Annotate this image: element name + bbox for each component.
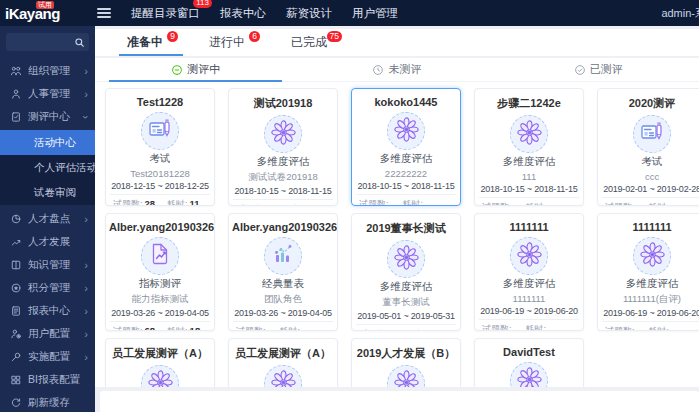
- stats-line-1: 试题数:耗时:: [482, 322, 576, 331]
- assessment-card[interactable]: Test1228考试Test201812282018-12-15 ~ 2018-…: [105, 88, 215, 206]
- assessment-card[interactable]: Alber.yang20190326经典量表团队角色2019-03-26 ~ 2…: [228, 213, 338, 331]
- assessment-card[interactable]: DavidTest多维度评估试题数:耗时:指标数:: [474, 338, 584, 387]
- chevron-right-icon: ›: [84, 306, 88, 316]
- card-title: 测试201918: [229, 96, 337, 111]
- sidebar-item[interactable]: 知识管理›: [0, 253, 95, 276]
- sidebar-subitem[interactable]: 活动中心: [0, 130, 95, 155]
- sidebar-item-label: 组织管理: [28, 64, 70, 78]
- user-account[interactable]: admin-系: [661, 6, 699, 21]
- assessment-card[interactable]: 2019人才发展（B）多维度评估试题数:耗时:指标数:: [351, 338, 461, 387]
- sidebar-submenu: 活动中心个人评估活动试卷审阅: [0, 130, 95, 205]
- card-subtitle: 111: [475, 171, 583, 182]
- multi-dimension-icon: [147, 369, 174, 388]
- card-title: Alber.yang20190326: [106, 221, 214, 233]
- main-tab[interactable]: 已完成75: [291, 29, 327, 56]
- multi-dimension-icon: [516, 241, 543, 272]
- indicator-doc-icon: [147, 241, 173, 271]
- sidebar-subitem[interactable]: 试卷审阅: [0, 180, 95, 205]
- count-badge: 75: [327, 31, 342, 42]
- stats-line-1: 试题数:耗时:: [605, 200, 699, 206]
- questions-label: 试题数:: [605, 202, 635, 206]
- card-type-label: 考试: [598, 155, 699, 169]
- card-subtitle: ccc: [598, 171, 699, 182]
- assessment-card[interactable]: Alber.yang20190326指标测评能力指标测试2019-03-26 ~…: [105, 213, 215, 331]
- sidebar-item[interactable]: 实施配置›: [0, 345, 95, 368]
- sidebar-item[interactable]: 人事管理›: [0, 82, 95, 105]
- nav-item-3[interactable]: 薪资设计: [286, 6, 332, 21]
- multi-dimension-icon: [516, 366, 543, 388]
- sub-tab[interactable]: 未测评: [296, 58, 497, 81]
- card-date-range: 2018-10-15 ~ 2018-11-15: [356, 181, 456, 195]
- sidebar-item[interactable]: 人才盘点›: [0, 207, 95, 230]
- sidebar-item[interactable]: 组织管理›: [0, 59, 95, 82]
- card-date-range: 2019-06-19 ~ 2019-06-20: [479, 306, 579, 320]
- questions-label: 试题数:: [236, 204, 266, 206]
- main-tab[interactable]: 进行中6: [209, 29, 245, 56]
- questions-label: 试题数:: [236, 326, 266, 331]
- assessment-card[interactable]: 步骤二1242e多维度评估1112018-10-15 ~ 2018-11-15试…: [474, 88, 584, 206]
- chevron-right-icon: ›: [84, 66, 88, 76]
- progress-icon: [171, 64, 183, 76]
- sidebar-item[interactable]: 人才发展: [0, 230, 95, 253]
- card-icon-circle: [141, 237, 179, 275]
- card-icon-circle: [633, 237, 671, 275]
- multi-dimension-icon: [516, 119, 543, 150]
- time-label: 耗时:: [280, 326, 301, 331]
- assessment-card[interactable]: 员工发展测评（A）多维度评估试题数:耗时:指标数:: [105, 338, 215, 387]
- time-label: 耗时:: [403, 199, 424, 206]
- assessment-card[interactable]: 2019董事长测试多维度评估董事长测试2019-05-01 ~ 2019-05-…: [351, 213, 461, 331]
- questions-label: 试题数:: [113, 199, 143, 206]
- card-icon-circle: [510, 237, 548, 275]
- sidebar-item-label: 人才发展: [28, 235, 70, 249]
- sidebar-item[interactable]: 用户配置›: [0, 322, 95, 345]
- sidebar-search-input[interactable]: [6, 37, 74, 48]
- time-value: 11: [190, 198, 200, 206]
- assessment-card[interactable]: 1111111多维度评估11111112019-06-19 ~ 2019-06-…: [474, 213, 584, 331]
- time-label: 耗时:: [649, 326, 670, 331]
- assessment-card[interactable]: 员工发展测评（A）多维度评估试题数:耗时:指标数:: [228, 338, 338, 387]
- sidebar-search[interactable]: [6, 33, 89, 51]
- sidebar: 组织管理›人事管理›测评中心›活动中心个人评估活动试卷审阅人才盘点›人才发展知识…: [0, 26, 95, 412]
- eval-icon: [10, 111, 24, 123]
- sidebar-item[interactable]: 测评中心›: [0, 105, 95, 128]
- book-icon: [10, 259, 24, 271]
- questions-label: 试题数:: [113, 326, 143, 331]
- sidebar-item[interactable]: 积分管理›: [0, 276, 95, 299]
- sub-tab-label: 测评中: [187, 62, 220, 77]
- sub-tab[interactable]: 已测评: [498, 58, 699, 81]
- sub-tab[interactable]: 测评中: [95, 58, 296, 81]
- stats-line-1: 试题数:耗时:: [359, 327, 453, 331]
- time-label: 耗时:: [649, 202, 670, 206]
- sidebar-subitem[interactable]: 个人评估活动: [0, 155, 95, 180]
- nav-item-4[interactable]: 用户管理: [352, 6, 398, 21]
- top-navbar: iKayang 试用 提醒目录窗口113报表中心薪资设计用户管理 admin-系: [0, 0, 699, 26]
- stats-line-1: 试题数:耗时:: [236, 324, 330, 331]
- nav-item-2[interactable]: 报表中心: [220, 6, 266, 21]
- menu-toggle-icon[interactable]: [97, 8, 111, 18]
- sidebar-item[interactable]: BI报表配置: [0, 368, 95, 391]
- logo[interactable]: iKayang 试用: [0, 0, 95, 26]
- sidebar-item[interactable]: 刷新缓存: [0, 391, 95, 412]
- chevron-down-icon: ›: [81, 115, 91, 119]
- sub-tab-label: 已测评: [590, 62, 623, 77]
- assessment-card[interactable]: 测试201918多维度评估测试试卷2019182018-10-15 ~ 2018…: [228, 88, 338, 206]
- card-stats: 试题数:耗时:指标数:: [475, 320, 583, 331]
- questions-label: 试题数:: [605, 326, 635, 331]
- assessment-card[interactable]: 1111111多维度评估1111111(自评)2019-06-19 ~ 2019…: [597, 213, 699, 331]
- cards-panel: Test1228考试Test201812282018-12-15 ~ 2018-…: [95, 82, 699, 387]
- nav-item-label: 提醒目录窗口: [131, 7, 200, 19]
- card-icon-circle: [387, 112, 425, 150]
- assessment-card[interactable]: 2020测评考试ccc2019-02-01 ~ 2019-02-28试题数:耗时…: [597, 88, 699, 206]
- card-title: 员工发展测评（A）: [229, 346, 337, 361]
- nav-item-1[interactable]: 提醒目录窗口113: [131, 6, 200, 21]
- stats-line-1: 试题数:耗时:: [359, 197, 453, 206]
- assessment-card[interactable]: kokoko1445多维度评估222222222018-10-15 ~ 2018…: [351, 88, 461, 206]
- main-tab[interactable]: 准备中9: [127, 29, 163, 56]
- card-grid: Test1228考试Test201812282018-12-15 ~ 2018-…: [95, 82, 699, 387]
- main-tabs: 准备中9进行中6已完成75: [95, 29, 699, 56]
- nav-item-label: 用户管理: [352, 7, 398, 19]
- clock-icon: [372, 64, 384, 76]
- card-title: 1111111: [598, 221, 699, 233]
- sidebar-item[interactable]: 报表中心›: [0, 299, 95, 322]
- count-badge: 6: [249, 31, 260, 42]
